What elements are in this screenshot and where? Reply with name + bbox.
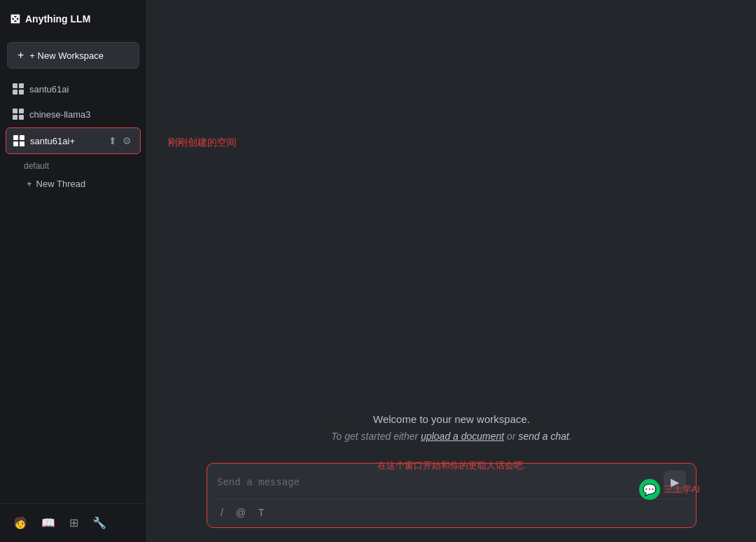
watermark-text: 三土学AI xyxy=(664,483,700,496)
wrench-icon-button[interactable]: 🔧 xyxy=(86,513,113,534)
workspace-icon xyxy=(13,135,24,146)
message-input[interactable] xyxy=(217,472,657,492)
chat-area: Welcome to your new workspace. To get st… xyxy=(147,0,756,463)
plus-icon: + xyxy=(18,50,24,61)
new-thread-button[interactable]: + New Thread xyxy=(20,174,135,194)
workspace-name: santu61ai+ xyxy=(30,136,102,146)
watermark: 💬 三土学AI xyxy=(639,479,700,500)
main-content: 刚刚创建的空间 Welcome to your new workspace. T… xyxy=(147,0,756,542)
workspace-list: santu61ai chinese-llama3 santu61ai+ ⬆ ⚙ … xyxy=(0,77,146,503)
workspace-icon xyxy=(13,83,24,95)
workspace-overlay-label: 刚刚创建的空间 xyxy=(168,137,237,149)
sidebar: ⊠ Anything LLM + + New Workspace santu61… xyxy=(0,0,147,542)
workspace-icon xyxy=(13,109,24,120)
workspace-actions: ⬆ ⚙ xyxy=(107,134,133,147)
sidebar-footer: 🧑 📖 ⊞ 🔧 xyxy=(0,503,146,542)
input-container: ▶ / @ T xyxy=(206,463,696,528)
at-command-button[interactable]: @ xyxy=(232,505,249,520)
wechat-icon: 💬 xyxy=(639,479,660,500)
sidebar-header: ⊠ Anything LLM xyxy=(0,0,146,38)
workspace-name: santu61ai xyxy=(29,84,134,95)
get-started-text: To get started either upload a document … xyxy=(161,431,742,442)
workspace-upload-button[interactable]: ⬆ xyxy=(107,134,118,147)
input-area-wrapper: ▶ / @ T xyxy=(147,463,756,542)
upload-document-link[interactable]: upload a document xyxy=(421,431,504,442)
plus-icon: + xyxy=(27,179,32,189)
text-format-button[interactable]: T xyxy=(255,505,268,520)
new-workspace-button[interactable]: + + New Workspace xyxy=(7,42,139,69)
book-icon-button[interactable]: 📖 xyxy=(35,513,62,534)
welcome-section: Welcome to your new workspace. To get st… xyxy=(161,413,742,442)
default-thread-label: default xyxy=(20,158,135,174)
workspace-name: chinese-llama3 xyxy=(29,109,134,120)
slash-command-button[interactable]: / xyxy=(217,505,227,520)
workspace-settings-button[interactable]: ⚙ xyxy=(121,134,133,147)
workspace-item-chinese-llama3[interactable]: chinese-llama3 xyxy=(6,102,141,126)
human-icon-button[interactable]: 🧑 xyxy=(7,513,34,534)
send-chat-link[interactable]: send a chat xyxy=(518,431,568,442)
workspace-item-santu61ai-plus[interactable]: santu61ai+ ⬆ ⚙ xyxy=(6,127,141,154)
welcome-text: Welcome to your new workspace. xyxy=(161,413,742,425)
app-logo-icon: ⊠ xyxy=(10,11,20,27)
thread-section: default + New Thread xyxy=(6,155,141,200)
new-thread-label: New Thread xyxy=(36,179,86,189)
workspace-item-santu61ai[interactable]: santu61ai xyxy=(6,77,141,101)
new-workspace-label: + New Workspace xyxy=(29,50,104,61)
input-bottom: / @ T xyxy=(217,499,686,520)
grid-icon-button[interactable]: ⊞ xyxy=(63,513,85,534)
app-title: Anything LLM xyxy=(25,13,90,25)
input-top: ▶ xyxy=(217,471,686,493)
